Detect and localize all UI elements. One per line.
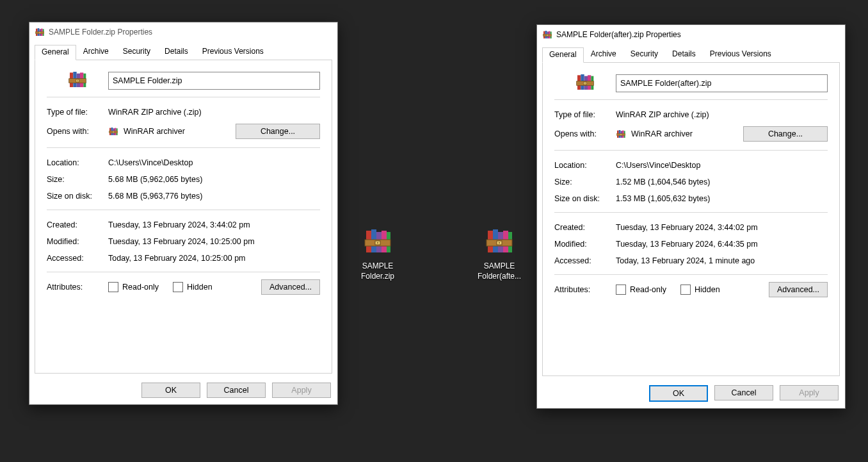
close-button[interactable]	[307, 23, 335, 41]
label-type-of-file: Type of file:	[554, 110, 616, 119]
tabstrip: General Archive Security Details Previou…	[537, 44, 845, 62]
value-accessed: Today, 13 February 2024, 1 minute ago	[616, 256, 755, 265]
value-size: 5.68 MB (5,962,065 bytes)	[108, 175, 202, 184]
divider	[554, 99, 828, 100]
value-created: Tuesday, 13 February 2024, 3:44:02 pm	[108, 220, 250, 229]
divider	[554, 274, 828, 275]
label-accessed: Accessed:	[47, 254, 108, 263]
tab-details[interactable]: Details	[665, 47, 703, 62]
titlebar[interactable]: SAMPLE Folder(after).zip Properties	[537, 25, 845, 44]
label-created: Created:	[554, 223, 616, 232]
desktop-file-label: SAMPLE Folder(afte...	[475, 261, 524, 281]
label-attributes: Attributes:	[47, 283, 108, 292]
value-size-on-disk: 1.53 MB (1,605,632 bytes)	[616, 194, 710, 203]
checkbox-box	[680, 285, 691, 295]
window-title: SAMPLE Folder(after).zip Properties	[556, 30, 814, 39]
tab-security[interactable]: Security	[623, 47, 665, 62]
ok-button[interactable]: OK	[649, 385, 708, 402]
window-title: SAMPLE Folder.zip Properties	[49, 28, 307, 37]
close-icon	[825, 31, 832, 38]
desktop-file-label: SAMPLE Folder.zip	[353, 261, 402, 281]
filename-input[interactable]	[616, 74, 828, 92]
ok-button[interactable]: OK	[141, 383, 200, 398]
winrar-icon	[35, 27, 45, 37]
checkbox-hidden[interactable]: Hidden	[680, 285, 720, 295]
checkbox-readonly[interactable]: Read-only	[616, 285, 666, 295]
label-opens-with: Opens with:	[47, 127, 108, 136]
dialog-footer: OK Cancel Apply	[537, 381, 845, 408]
label-attributes: Attributes:	[554, 285, 616, 294]
filename-input[interactable]	[108, 72, 320, 90]
tabstrip: General Archive Security Details Previou…	[29, 42, 337, 60]
tab-general[interactable]: General	[542, 47, 584, 63]
checkbox-readonly[interactable]: Read-only	[108, 282, 159, 292]
value-size: 1.52 MB (1,604,546 bytes)	[616, 177, 710, 186]
label-size-on-disk: Size on disk:	[47, 192, 108, 201]
tab-security[interactable]: Security	[116, 44, 157, 60]
value-size-on-disk: 5.68 MB (5,963,776 bytes)	[108, 192, 202, 201]
label-accessed: Accessed:	[554, 256, 616, 265]
value-modified: Tuesday, 13 February 2024, 10:25:00 pm	[108, 237, 255, 246]
tab-body: Type of file: WinRAR ZIP archive (.zip) …	[35, 60, 332, 374]
value-location: C:\Users\Vince\Desktop	[108, 158, 193, 167]
desktop-file-icon[interactable]: SAMPLE Folder(afte...	[475, 226, 524, 281]
winrar-icon	[575, 72, 595, 92]
file-icon-cell	[47, 69, 108, 92]
cancel-button[interactable]: Cancel	[207, 383, 266, 398]
label-location: Location:	[554, 161, 616, 170]
advanced-button[interactable]: Advanced...	[769, 282, 828, 297]
label-modified: Modified:	[47, 237, 108, 246]
advanced-button[interactable]: Advanced...	[261, 279, 320, 295]
value-type-of-file: WinRAR ZIP archive (.zip)	[108, 108, 202, 117]
label-opens-with: Opens with:	[554, 129, 616, 138]
desktop-file-icon[interactable]: SAMPLE Folder.zip	[353, 226, 402, 281]
apply-button[interactable]: Apply	[780, 385, 839, 400]
tab-previous-versions[interactable]: Previous Versions	[703, 47, 778, 62]
tab-details[interactable]: Details	[157, 44, 195, 60]
checkbox-label: Read-only	[630, 285, 666, 294]
checkbox-hidden[interactable]: Hidden	[173, 282, 213, 292]
divider	[554, 150, 828, 151]
checkbox-label: Hidden	[187, 283, 213, 292]
file-icon-cell	[554, 72, 616, 94]
value-created: Tuesday, 13 February 2024, 3:44:02 pm	[616, 223, 758, 232]
label-size: Size:	[554, 177, 616, 186]
titlebar[interactable]: SAMPLE Folder.zip Properties	[29, 22, 337, 42]
winrar-icon	[616, 129, 626, 139]
checkbox-label: Read-only	[122, 283, 159, 292]
winrar-icon	[362, 226, 393, 256]
tab-general[interactable]: General	[35, 45, 76, 60]
value-opens-with: WinRAR archiver	[631, 129, 743, 138]
dialog-footer: OK Cancel Apply	[29, 379, 337, 404]
checkbox-label: Hidden	[695, 285, 720, 294]
winrar-icon	[67, 69, 88, 90]
label-size-on-disk: Size on disk:	[554, 194, 616, 203]
properties-dialog: SAMPLE Folder(after).zip Properties Gene…	[536, 24, 846, 409]
divider	[47, 210, 320, 210]
checkbox-box	[173, 282, 183, 292]
tab-archive[interactable]: Archive	[76, 44, 116, 60]
label-created: Created:	[47, 220, 108, 229]
divider	[47, 97, 320, 97]
winrar-icon	[484, 226, 515, 256]
label-modified: Modified:	[554, 240, 616, 249]
tab-archive[interactable]: Archive	[584, 47, 623, 62]
apply-button[interactable]: Apply	[272, 383, 331, 398]
divider	[554, 212, 828, 213]
close-button[interactable]	[814, 26, 842, 44]
value-type-of-file: WinRAR ZIP archive (.zip)	[616, 110, 709, 119]
change-button[interactable]: Change...	[743, 126, 828, 142]
label-location: Location:	[47, 158, 108, 167]
checkbox-box	[616, 285, 626, 295]
label-type-of-file: Type of file:	[47, 108, 108, 117]
properties-dialog: SAMPLE Folder.zip Properties General Arc…	[29, 22, 338, 405]
value-opens-with: WinRAR archiver	[124, 127, 236, 136]
tab-previous-versions[interactable]: Previous Versions	[195, 44, 271, 60]
close-icon	[317, 29, 324, 35]
divider	[47, 272, 320, 272]
tab-body: Type of file: WinRAR ZIP archive (.zip) …	[542, 62, 840, 376]
change-button[interactable]: Change...	[236, 124, 320, 139]
checkbox-box	[108, 282, 118, 292]
cancel-button[interactable]: Cancel	[714, 385, 773, 400]
value-accessed: Today, 13 February 2024, 10:25:00 pm	[108, 254, 246, 263]
